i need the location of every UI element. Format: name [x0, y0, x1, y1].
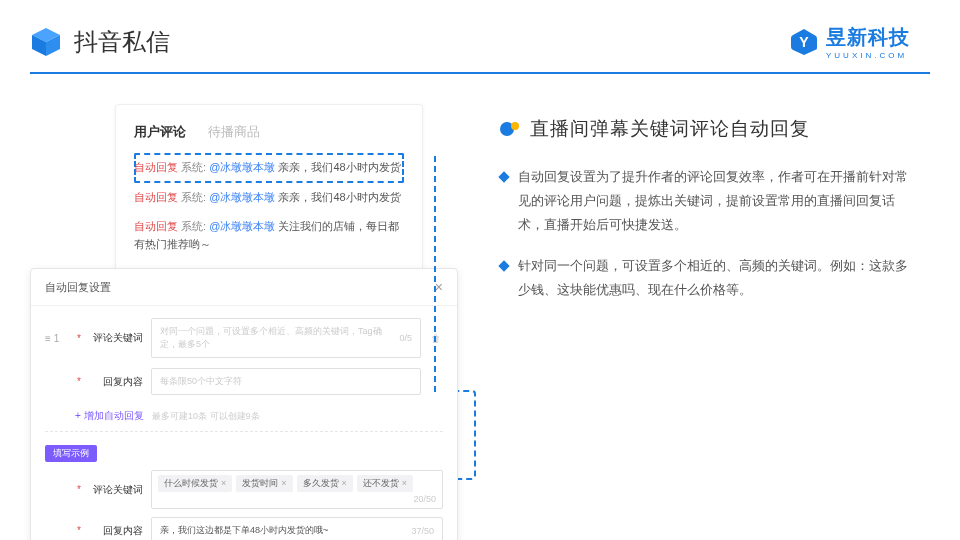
auto-reply-label: 自动回复 [134, 191, 178, 203]
required-dot: * [77, 333, 83, 344]
svg-point-5 [511, 122, 519, 130]
tag[interactable]: 多久发货 [297, 475, 353, 492]
left-panel: 用户评论 待播商品 自动回复 系统: @冰墩墩本墩 亲亲，我们48小时内发货 自… [30, 104, 460, 540]
comment-row: 自动回复 系统: @冰墩墩本墩 亲亲，我们48小时内发货 [134, 153, 404, 183]
user-handle: @冰墩墩本墩 [209, 220, 275, 232]
settings-body: ≡ 1 * 评论关键词 对同一个问题，可设置多个相近、高频的关键词，Tag确定，… [31, 306, 457, 540]
ex-content-label: 回复内容 [91, 524, 143, 538]
add-row: + 增加自动回复 最多可建10条 可以创建9条 [75, 405, 443, 423]
brand-logo-icon: Y [790, 28, 818, 56]
tabs: 用户评论 待播商品 [134, 123, 404, 141]
example-keyword-row: * 评论关键词 什么时候发货 发货时间 多久发货 还不发货 20/50 [45, 470, 443, 509]
header: 抖音私信 Y 昱新科技 YUUXIN.COM [0, 0, 960, 72]
keyword-row: ≡ 1 * 评论关键词 对同一个问题，可设置多个相近、高频的关键词，Tag确定，… [45, 318, 443, 358]
main: 用户评论 待播商品 自动回复 系统: @冰墩墩本墩 亲亲，我们48小时内发货 自… [0, 74, 960, 540]
system-label: 系统: [181, 220, 206, 232]
keyword-label: 评论关键词 [91, 331, 143, 345]
ex-content-value: 亲，我们这边都是下单48小时内发货的哦~ [160, 524, 328, 537]
user-handle: @冰墩墩本墩 [209, 161, 275, 173]
diamond-icon [498, 261, 509, 272]
section-header: 直播间弹幕关键词评论自动回复 [500, 116, 920, 142]
comments-card: 用户评论 待播商品 自动回复 系统: @冰墩墩本墩 亲亲，我们48小时内发货 自… [115, 104, 423, 272]
ex-keyword-label: 评论关键词 [91, 483, 143, 497]
tag[interactable]: 还不发货 [357, 475, 413, 492]
bullet-item: 自动回复设置为了提升作者的评论回复效率，作者可在开播前针对常见的评论用户问题，提… [500, 166, 920, 237]
comment-text: 亲亲，我们48小时内发货 [275, 191, 400, 203]
bullet-text: 针对同一个问题，可设置多个相近的、高频的关键词。例如：这款多少钱、这块能优惠吗、… [518, 255, 920, 303]
connector-line [434, 156, 436, 392]
bullet-item: 针对同一个问题，可设置多个相近的、高频的关键词。例如：这款多少钱、这块能优惠吗、… [500, 255, 920, 303]
settings-card: 自动回复设置 × ≡ 1 * 评论关键词 对同一个问题，可设置多个相近、高频的关… [30, 268, 458, 540]
cube-icon [30, 26, 62, 58]
required-dot: * [77, 525, 83, 536]
comment-row: 自动回复 系统: @冰墩墩本墩 关注我们的店铺，每日都有热门推荐哟～ [134, 212, 404, 259]
right-panel: 直播间弹幕关键词评论自动回复 自动回复设置为了提升作者的评论回复效率，作者可在开… [500, 104, 920, 540]
content-row: * 回复内容 每条限50个中文字符 [45, 368, 443, 395]
keyword-counter: 0/5 [399, 333, 412, 343]
tag-counter: 20/50 [413, 494, 436, 504]
page-title: 抖音私信 [74, 26, 170, 58]
close-icon[interactable]: × [435, 279, 443, 295]
brand-url: YUUXIN.COM [826, 51, 910, 60]
tag-input[interactable]: 什么时候发货 发货时间 多久发货 还不发货 20/50 [151, 470, 443, 509]
brand-block: 昱新科技 YUUXIN.COM [826, 24, 910, 60]
section-icon [500, 119, 520, 139]
system-label: 系统: [181, 191, 206, 203]
diamond-icon [498, 171, 509, 182]
header-right: Y 昱新科技 YUUXIN.COM [790, 24, 910, 60]
required-dot: * [77, 376, 83, 387]
tag[interactable]: 发货时间 [236, 475, 292, 492]
header-left: 抖音私信 [30, 26, 170, 58]
ex-content-input[interactable]: 亲，我们这边都是下单48小时内发货的哦~ 37/50 [151, 517, 443, 540]
brand-name: 昱新科技 [826, 26, 910, 48]
settings-title: 自动回复设置 [45, 280, 111, 295]
tab-pending-goods[interactable]: 待播商品 [208, 123, 260, 141]
delete-icon[interactable]: 🗑 [429, 333, 443, 344]
settings-header: 自动回复设置 × [31, 269, 457, 306]
add-auto-reply-link[interactable]: + 增加自动回复 [75, 410, 144, 421]
placeholder-text: 每条限50个中文字符 [160, 375, 242, 388]
example-section: 填写示例 * 评论关键词 什么时候发货 发货时间 多久发货 还不发货 20/50 [45, 431, 443, 540]
auto-reply-label: 自动回复 [134, 161, 178, 173]
ex-content-counter: 37/50 [411, 526, 434, 536]
required-dot: * [77, 484, 83, 495]
svg-text:Y: Y [799, 34, 809, 50]
tag[interactable]: 什么时候发货 [158, 475, 232, 492]
example-badge: 填写示例 [45, 445, 97, 462]
keyword-input[interactable]: 对同一个问题，可设置多个相近、高频的关键词，Tag确定，最多5个 0/5 [151, 318, 421, 358]
content-label: 回复内容 [91, 375, 143, 389]
tab-user-comments[interactable]: 用户评论 [134, 123, 186, 141]
auto-reply-label: 自动回复 [134, 220, 178, 232]
example-content-row: * 回复内容 亲，我们这边都是下单48小时内发货的哦~ 37/50 [45, 517, 443, 540]
user-handle: @冰墩墩本墩 [209, 191, 275, 203]
bullet-text: 自动回复设置为了提升作者的评论回复效率，作者可在开播前针对常见的评论用户问题，提… [518, 166, 920, 237]
add-hint: 最多可建10条 可以创建9条 [152, 411, 260, 421]
comment-row: 自动回复 系统: @冰墩墩本墩 亲亲，我们48小时内发货 [134, 183, 404, 213]
comment-text: 亲亲，我们48小时内发货 [275, 161, 400, 173]
content-input[interactable]: 每条限50个中文字符 [151, 368, 421, 395]
placeholder-text: 对同一个问题，可设置多个相近、高频的关键词，Tag确定，最多5个 [160, 325, 399, 351]
section-title: 直播间弹幕关键词评论自动回复 [530, 116, 810, 142]
system-label: 系统: [181, 161, 206, 173]
row-index: ≡ 1 [45, 333, 69, 344]
